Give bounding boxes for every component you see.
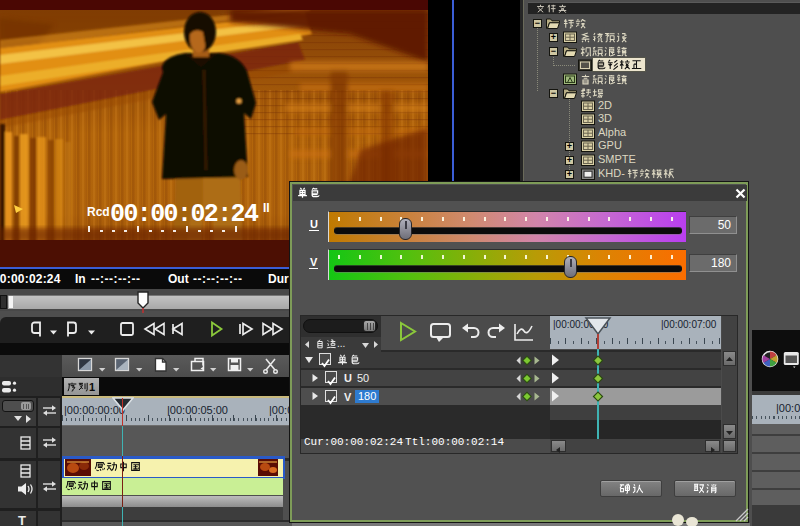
svg-text:00:00:02:24: 00:00:02:24 [110,200,259,229]
svg-text:II: II [263,201,270,215]
svg-text:Rcd: Rcd [87,205,110,219]
